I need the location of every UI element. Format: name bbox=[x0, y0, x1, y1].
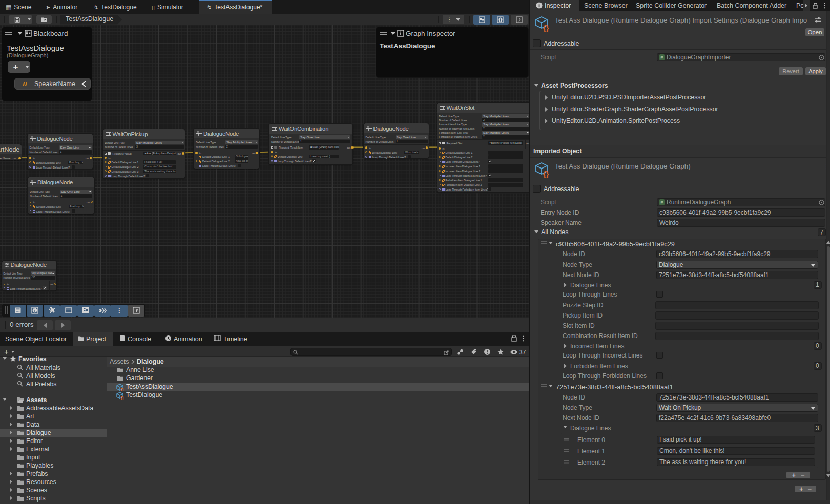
svg-text:{}: {} bbox=[543, 170, 549, 178]
svg-text:{}: {} bbox=[543, 24, 549, 32]
svg-text:{}: {} bbox=[121, 395, 124, 400]
svg-text:{}: {} bbox=[121, 387, 124, 391]
